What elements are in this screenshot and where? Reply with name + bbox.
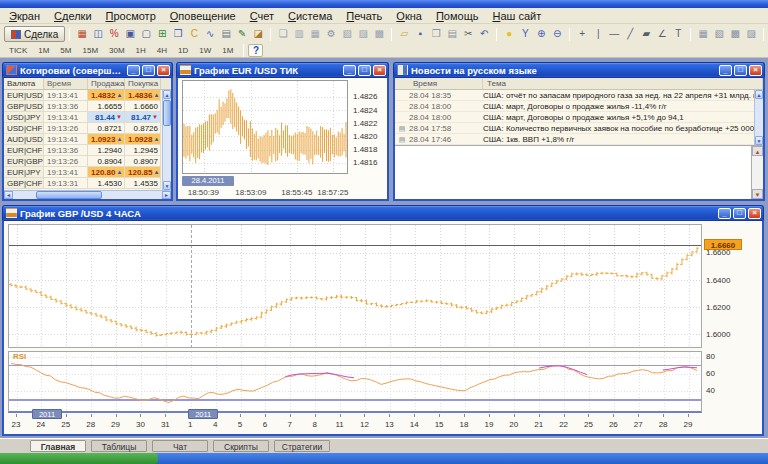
compose-icon[interactable]: ✎ [235,27,249,42]
indicators-icon[interactable]: % [107,27,121,42]
news-row[interactable]: ▤28.04 17:58США: Количество первичных за… [395,123,763,134]
close-button[interactable]: × [157,65,170,76]
quotes-horizontal-scrollbar[interactable]: ◄ ► [4,190,171,199]
timeframe-1w-8[interactable]: 1W [194,45,216,56]
timeframe-4h-6[interactable]: 4H [152,45,172,56]
settings-gear-icon[interactable]: ⚙ [324,27,338,42]
quote-buy[interactable]: 1.4836▲ [125,90,161,101]
template-save-icon[interactable]: ▦ [696,27,710,42]
cut-icon[interactable]: ✂ [461,27,475,42]
quotes-column-header[interactable]: Продажа [88,78,125,89]
scroll-down-icon[interactable]: ▼ [163,181,171,190]
quotes-window-titlebar[interactable]: Котировки (совершить сде... _□× [2,62,173,77]
quote-row[interactable]: GBP|CHF19:13:311.45301.4535 [4,178,171,189]
tile-horizontal-icon[interactable]: ▥ [292,27,306,42]
timeframe-30m-4[interactable]: 30M [104,45,130,56]
quotes-column-header[interactable]: Время [44,78,88,89]
quote-sell[interactable]: 1.0923▲ [88,134,125,145]
news-row[interactable]: 28.04 18:00США: март, Договоры о продаже… [395,112,763,123]
quote-sell[interactable]: 81.44▼ [88,112,125,123]
open-folder-icon[interactable]: ▱ [397,27,411,42]
printer-icon[interactable]: ▤ [219,27,233,42]
scroll-down-icon[interactable]: ▼ [755,136,763,145]
close-all-icon[interactable]: ▩ [372,27,386,42]
price-chart-canvas[interactable] [9,225,701,347]
quotes-book-icon[interactable]: ❒ [171,27,185,42]
minimize-button[interactable]: _ [127,65,140,76]
horizontal-line-icon[interactable]: — [607,27,621,42]
trendline-icon[interactable]: ╱ [623,27,637,42]
quote-row[interactable]: EUR|CHF19:13:361.29401.2945 [4,145,171,156]
quote-row[interactable]: GBP|USD19:13:361.66551.6660 [4,101,171,112]
news-column-time[interactable]: Время [395,78,483,89]
lamp-icon[interactable]: ● [502,27,516,42]
quotes-vertical-scrollbar[interactable]: ▲▼ [162,90,171,190]
news-vertical-scrollbar[interactable]: ▲▼ [754,90,763,145]
rsi-pane[interactable] [8,351,702,413]
quote-sell[interactable]: 1.2940 [88,145,125,156]
close-button[interactable]: × [748,208,761,219]
indicator-curve-icon[interactable]: ∿ [203,27,217,42]
add-chart-icon[interactable]: ⊞ [155,27,169,42]
tab-2[interactable]: Чат [152,440,208,452]
copy-icon[interactable]: ❐ [429,27,443,42]
zoom-in-icon[interactable]: ⊕ [534,27,548,42]
minimize-button[interactable]: _ [719,65,732,76]
news-row[interactable]: 28.04 18:00США: март, Договоры о продаже… [395,101,763,112]
menu-item-0[interactable]: Экран [2,9,47,23]
quote-sell[interactable]: 1.4832▲ [88,90,125,101]
small-window-icon[interactable]: ▢ [139,27,153,42]
close-button[interactable]: × [749,65,762,76]
menu-item-8[interactable]: Помощь [429,9,486,23]
scroll-thumb[interactable] [36,191,102,199]
menu-item-1[interactable]: Сделки [47,9,99,23]
new-chart-icon[interactable]: ▦ [75,27,89,42]
angle-line-icon[interactable]: ∠ [655,27,669,42]
news-window-titlebar[interactable]: Новости на русском языке _□× [393,62,765,77]
tick-chart-plot[interactable] [182,80,348,174]
news-row[interactable]: 28.04 18:35США: отчёт по запасам природн… [395,90,763,101]
delete-selected-icon[interactable]: ▩ [728,27,742,42]
undo-icon[interactable]: ↶ [477,27,491,42]
maximize-button[interactable]: □ [142,65,155,76]
quote-buy[interactable]: 0.8907 [125,156,161,167]
deal-button[interactable]: Сделка [4,26,65,42]
rsi-canvas[interactable] [9,352,701,410]
tab-3[interactable]: Скрипты [213,440,269,452]
tab-1[interactable]: Таблицы [91,440,147,452]
tab-0[interactable]: Главная [30,440,86,452]
timeframe-1m-1[interactable]: 1M [33,45,54,56]
quote-row[interactable]: USD|JPY19:13:4181.44▼81.47▼ [4,112,171,123]
menu-item-5[interactable]: Система [281,9,339,23]
scroll-left-icon[interactable]: ◄ [4,191,13,199]
save-icon[interactable]: ▪ [413,27,427,42]
delete-all-objects-icon[interactable]: ▨ [744,27,758,42]
quote-row[interactable]: EUR|USD19:13:411.4832▲1.4836▲ [4,90,171,101]
quote-buy[interactable]: 1.4535 [125,178,161,189]
vertical-line-icon[interactable]: | [591,27,605,42]
quote-buy[interactable]: 1.0928▲ [125,134,161,145]
timeframe-1m-9[interactable]: 1M [217,45,238,56]
quote-row[interactable]: AUD|USD19:13:411.0923▲1.0928▲ [4,134,171,145]
order-window-icon[interactable]: ▣ [123,27,137,42]
paste-icon[interactable]: ▤ [445,27,459,42]
quote-row[interactable]: EUR|JPY19:13:41120.80▲120.85▲ [4,167,171,178]
quote-row[interactable]: EUR|GBP19:13:260.89040.8907 [4,156,171,167]
text-tool-icon[interactable]: T [671,27,685,42]
cascade-windows-icon[interactable]: ❏ [276,27,290,42]
quotes-column-header[interactable]: Валюта [4,78,44,89]
taskbar-start-fragment[interactable] [0,453,158,464]
news-column-subject[interactable]: Тема [483,78,763,89]
scroll-down-icon[interactable]: ▼ [752,189,763,199]
quote-sell[interactable]: 0.8721 [88,123,125,134]
tick-chart-canvas[interactable] [183,81,347,173]
scroll-up-icon[interactable]: ▲ [755,90,763,99]
quote-buy[interactable]: 81.47▼ [125,112,161,123]
quote-sell[interactable]: 1.6655 [88,101,125,112]
timeframe-5m-2[interactable]: 5M [55,45,76,56]
menu-item-2[interactable]: Просмотр [99,9,163,23]
crosshair-icon[interactable]: + [575,27,589,42]
arrange-icons-icon[interactable]: ▧ [340,27,354,42]
os-taskbar[interactable] [0,453,768,464]
restore-all-icon[interactable]: ▨ [356,27,370,42]
